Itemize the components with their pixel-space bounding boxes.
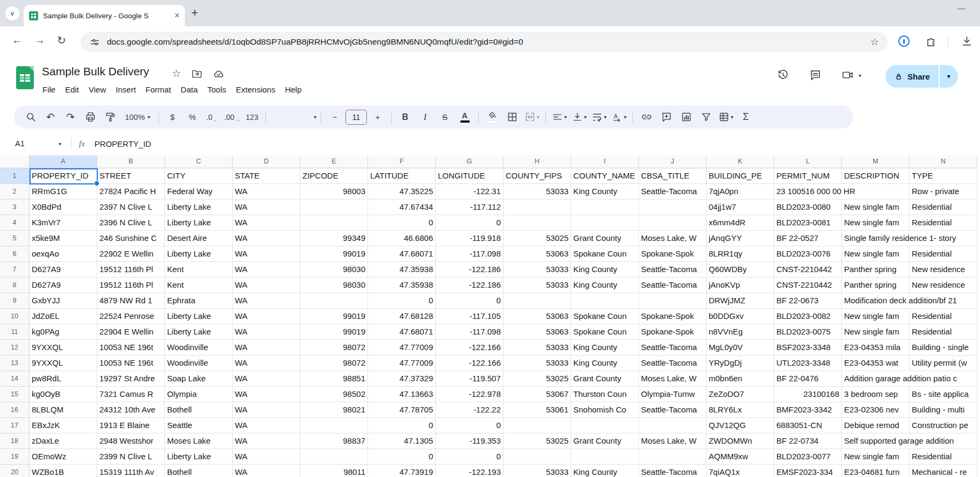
cell-E11[interactable]: 99019 (300, 324, 368, 340)
cell-I10[interactable]: Spokane Coun (571, 309, 639, 324)
cell-K4[interactable]: x6mm4dR (707, 215, 774, 231)
cell-D9[interactable]: WA (233, 293, 300, 309)
cell-E7[interactable]: 98030 (300, 262, 368, 277)
cell-J7[interactable]: Seattle-Tacoma (639, 262, 707, 277)
cell-C11[interactable]: Liberty Lake (165, 324, 233, 340)
cell-E5[interactable]: 99349 (300, 231, 368, 246)
cell-A19[interactable]: OEmoWz (30, 449, 97, 465)
cell-D18[interactable]: WA (233, 433, 300, 449)
new-tab-button[interactable]: + (191, 7, 198, 19)
row-header-5[interactable]: 5 (0, 231, 30, 246)
cell-M5[interactable]: Single family residence 1- story (842, 231, 910, 246)
cell-H20[interactable]: 53033 (503, 465, 571, 477)
cell-N2[interactable]: Row - private (910, 184, 977, 200)
cell-G15[interactable]: -122.978 (436, 387, 503, 402)
cell-D10[interactable]: WA (233, 309, 300, 324)
cell-C17[interactable]: Seattle (165, 418, 233, 433)
cell-K7[interactable]: Q60WDBy (707, 262, 774, 277)
cell-M10[interactable]: New single fam (842, 309, 910, 324)
cell-L17[interactable]: 6883051-CN (774, 418, 842, 433)
cell-I4[interactable] (571, 215, 639, 231)
cell-C15[interactable]: Olympia (165, 387, 233, 402)
strikethrough-button[interactable]: S (436, 108, 454, 126)
cell-M7[interactable]: Panther spring (842, 262, 910, 277)
cell-D14[interactable]: WA (233, 371, 300, 387)
text-wrap-button[interactable]: ▾ (590, 108, 608, 126)
row-header-17[interactable]: 17 (0, 418, 30, 433)
cell-F7[interactable]: 47.35938 (368, 262, 436, 277)
cell-A1[interactable]: PROPERTY_ID (30, 168, 97, 184)
cell-C18[interactable]: Moses Lake (165, 433, 233, 449)
cell-K13[interactable]: YRyDgDj (707, 355, 774, 371)
cell-I15[interactable]: Thurston Coun (571, 387, 639, 402)
cell-N19[interactable]: Residential (910, 449, 977, 465)
cell-E17[interactable] (300, 418, 368, 433)
cell-F11[interactable]: 47.68071 (368, 324, 436, 340)
cell-J5[interactable]: Moses Lake, W (639, 231, 707, 246)
cell-C4[interactable]: Liberty Lake (165, 215, 233, 231)
row-header-10[interactable]: 10 (0, 309, 30, 324)
cell-F16[interactable]: 47.78705 (368, 402, 436, 418)
cell-M18[interactable]: Self supported garage addition (842, 433, 910, 449)
cell-C9[interactable]: Ephrata (165, 293, 233, 309)
cell-B5[interactable]: 246 Sunshine C (97, 231, 165, 246)
cell-E1[interactable]: ZIPCODE (300, 168, 368, 184)
cell-F5[interactable]: 46.6806 (368, 231, 436, 246)
cell-L20[interactable]: EMSF2023-334 (774, 465, 842, 477)
document-title[interactable]: Sample Bulk Delivery (42, 63, 149, 80)
cell-E12[interactable]: 98072 (300, 340, 368, 355)
cell-E2[interactable]: 98003 (300, 184, 368, 200)
cell-I6[interactable]: Spokane Coun (571, 246, 639, 262)
cell-D15[interactable]: WA (233, 387, 300, 402)
cell-J3[interactable] (639, 200, 707, 215)
menu-help[interactable]: Help (280, 83, 306, 96)
cell-A12[interactable]: 9YXXQL (30, 340, 97, 355)
cell-F1[interactable]: LATITUDE (368, 168, 436, 184)
decrease-font-size-button[interactable]: − (326, 108, 344, 126)
menu-format[interactable]: Format (141, 83, 176, 96)
cell-B13[interactable]: 10053 NE 196t (97, 355, 165, 371)
cell-D12[interactable]: WA (233, 340, 300, 355)
row-header-12[interactable]: 12 (0, 340, 30, 355)
print-button[interactable] (81, 108, 99, 126)
forward-button[interactable]: → (34, 34, 45, 46)
cell-C16[interactable]: Bothell (165, 402, 233, 418)
text-rotation-button[interactable]: ▾ (610, 108, 628, 126)
cell-G19[interactable]: 0 (436, 449, 503, 465)
cell-M6[interactable]: New single fam (842, 246, 910, 262)
cell-A9[interactable]: GxbYJJ (30, 293, 97, 309)
cell-D5[interactable]: WA (233, 231, 300, 246)
cell-I16[interactable]: Snohomish Co (571, 402, 639, 418)
format-currency-button[interactable]: $ (163, 108, 182, 126)
cell-F13[interactable]: 47.77009 (368, 355, 436, 371)
cell-A11[interactable]: kg0PAg (30, 324, 97, 340)
cell-L15[interactable]: 23100168 (774, 387, 842, 402)
cell-H8[interactable]: 53033 (503, 277, 571, 293)
cell-A16[interactable]: 8LBLQM (30, 402, 97, 418)
cell-K2[interactable]: 7qjA0pn (707, 184, 774, 200)
cell-G13[interactable]: -122.166 (436, 355, 503, 371)
cell-F10[interactable]: 47.68128 (368, 309, 436, 324)
cell-F3[interactable]: 47.67434 (368, 200, 436, 215)
meet-camera-icon[interactable] (841, 69, 854, 81)
site-info-icon[interactable] (89, 37, 100, 48)
sheets-logo-icon[interactable] (16, 66, 34, 89)
row-header-7[interactable]: 7 (0, 262, 30, 277)
cell-C8[interactable]: Kent (165, 277, 233, 293)
cell-C2[interactable]: Federal Way (165, 184, 233, 200)
cell-F14[interactable]: 47.37329 (368, 371, 436, 387)
cell-K6[interactable]: 8LRR1qy (707, 246, 774, 262)
cell-G10[interactable]: -117.105 (436, 309, 503, 324)
back-button[interactable]: ← (12, 34, 23, 46)
cell-H11[interactable]: 53063 (503, 324, 571, 340)
cell-K11[interactable]: n8VVnEg (707, 324, 774, 340)
cell-N4[interactable]: Residential (910, 215, 977, 231)
cell-H14[interactable]: 53025 (503, 371, 571, 387)
column-header-F[interactable]: F (368, 155, 436, 168)
cell-B4[interactable]: 2396 N Clive L (97, 215, 165, 231)
window-minimize-button[interactable]: — (957, 3, 965, 12)
cell-B6[interactable]: 22902 E Wellin (97, 246, 165, 262)
cell-K9[interactable]: DRWjJMZ (707, 293, 774, 309)
cell-B2[interactable]: 27824 Pacific H (97, 184, 165, 200)
cell-M1[interactable]: DESCRIPTION (842, 168, 910, 184)
